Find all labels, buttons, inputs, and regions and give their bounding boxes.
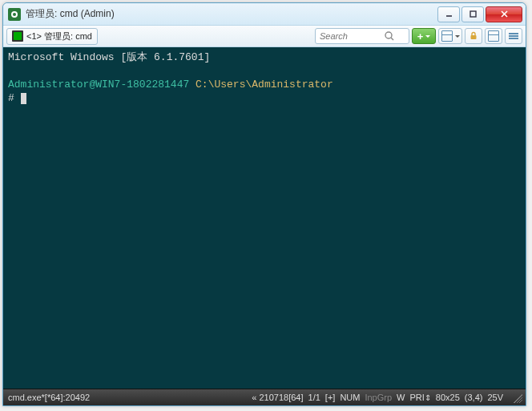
status-numlock[interactable]: NUM [340, 393, 360, 402]
terminal-line: Microsoft Windows [版本 6.1.7601] [8, 51, 210, 63]
maximize-panel-button[interactable] [485, 28, 502, 44]
maximize-icon [469, 10, 478, 18]
menu-button[interactable] [505, 28, 522, 44]
terminal-cwd: C:\Users\Administrator [195, 79, 333, 91]
terminal-prompt: # [8, 92, 21, 104]
updown-icon[interactable]: ⇕ [425, 393, 431, 402]
app-window: 管理员: cmd (Admin) <1> 管理员: cmd + [2, 2, 526, 406]
new-console-button[interactable]: + [412, 28, 436, 44]
chevron-down-icon [455, 35, 460, 38]
status-cursor-pos[interactable]: (3,4) [465, 393, 483, 402]
status-insert[interactable]: [+] [325, 393, 336, 402]
terminal-user-host: Administrator@WIN7-1802281447 [8, 79, 189, 91]
lock-button[interactable] [465, 28, 482, 44]
status-size[interactable]: 80x25 [436, 393, 460, 402]
statusbar: cmd.exe*[*64]:20492 « 210718[64] 1/1 [+]… [3, 389, 526, 405]
toolbar: <1> 管理员: cmd + [3, 26, 526, 47]
resize-grip[interactable] [511, 392, 522, 403]
svg-point-6 [385, 32, 392, 38]
terminal-cursor [21, 93, 26, 104]
svg-rect-3 [470, 11, 476, 17]
search-box[interactable] [315, 28, 409, 44]
minimize-button[interactable] [437, 6, 460, 22]
window-controls [437, 6, 522, 22]
status-scroll[interactable]: « 210718[64] [252, 393, 303, 402]
minimize-icon [445, 10, 453, 18]
status-inpgrp[interactable]: InpGrp [365, 393, 392, 402]
status-lines[interactable]: 1/1 [308, 393, 320, 402]
split-layout-button[interactable] [438, 28, 462, 44]
search-input[interactable] [320, 31, 384, 41]
svg-point-1 [13, 13, 16, 16]
terminal-viewport[interactable]: Microsoft Windows [版本 6.1.7601] Administ… [3, 47, 526, 389]
close-icon [500, 10, 509, 18]
console-tab-1[interactable]: <1> 管理员: cmd [6, 28, 98, 45]
plus-icon: + [417, 31, 424, 42]
app-icon [8, 8, 21, 21]
status-process[interactable]: cmd.exe*[*64]:20492 [6, 393, 247, 402]
close-button[interactable] [486, 6, 522, 22]
window-icon [488, 30, 499, 42]
tab-label: <1> 管理员: cmd [26, 30, 92, 42]
window-title: 管理员: cmd (Admin) [26, 7, 437, 21]
titlebar[interactable]: 管理员: cmd (Admin) [3, 3, 526, 26]
chevron-down-icon [425, 35, 430, 38]
status-priority-label: PRI [409, 393, 424, 402]
layout-icon [441, 30, 453, 42]
maximize-button[interactable] [461, 6, 484, 22]
console-icon [12, 30, 23, 42]
hamburger-icon [508, 30, 519, 42]
status-font-size[interactable]: 25V [487, 393, 503, 402]
lock-icon [469, 31, 478, 41]
svg-line-7 [391, 38, 393, 40]
status-wrap[interactable]: W [397, 393, 405, 402]
svg-rect-8 [471, 35, 477, 39]
search-icon [384, 30, 395, 42]
